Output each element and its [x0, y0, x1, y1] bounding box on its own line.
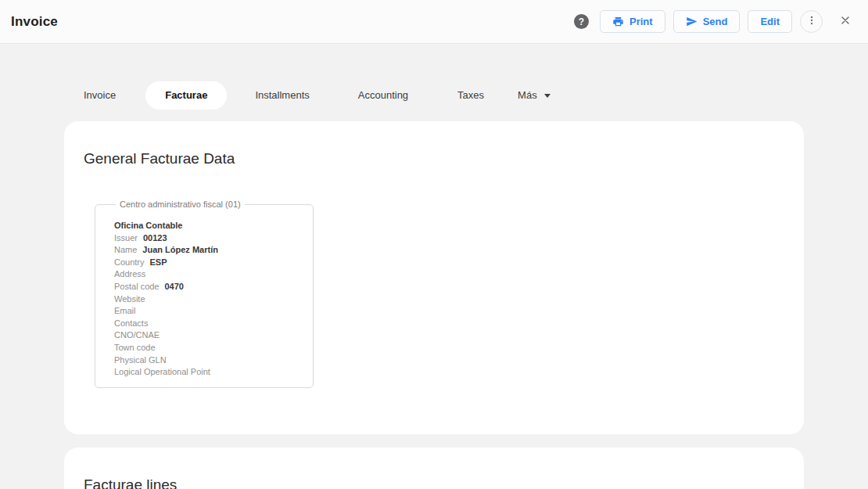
- field-label: Email: [114, 305, 136, 318]
- page-title: Invoice: [11, 14, 58, 30]
- edit-button[interactable]: Edit: [748, 10, 792, 33]
- centro-administrativo-fiscal-fieldset: Centro administrativo fiscal (01) Oficin…: [95, 200, 314, 388]
- send-button-label: Send: [703, 16, 728, 27]
- field-label: Logical Operational Point: [114, 366, 210, 379]
- field-row: Contacts: [114, 318, 300, 330]
- field-label: Issuer: [114, 232, 138, 245]
- tab-accounting[interactable]: Accounting: [358, 81, 408, 110]
- field-label: Website: [114, 293, 145, 306]
- facturae-lines-card: Facturae lines: [64, 448, 804, 489]
- print-button[interactable]: Print: [600, 10, 665, 33]
- field-label: Address: [114, 268, 145, 281]
- document-tabs: Invoice Facturae Installments Accounting…: [84, 81, 804, 110]
- field-label: Name: [114, 244, 137, 257]
- field-row: Postal code0470: [114, 281, 300, 293]
- tab-installments[interactable]: Installments: [255, 81, 309, 110]
- send-button[interactable]: Send: [673, 10, 741, 33]
- general-facturae-data-card: General Facturae Data Centro administrat…: [64, 121, 804, 434]
- field-label: Town code: [114, 342, 156, 354]
- field-row: CNO/CNAE: [114, 329, 300, 342]
- tab-taxes[interactable]: Taxes: [457, 81, 484, 110]
- fieldset-legend: Centro administrativo fiscal (01): [116, 200, 245, 209]
- tab-invoice[interactable]: Invoice: [84, 81, 116, 110]
- field-row: Physical GLN: [114, 354, 300, 367]
- field-label: Contacts: [114, 318, 148, 330]
- send-icon: [686, 16, 698, 27]
- field-row: NameJuan López Martín: [114, 244, 300, 257]
- card-title-facturae-lines: Facturae lines: [84, 476, 784, 489]
- field-row: Town code: [114, 342, 300, 354]
- field-row: Address: [114, 268, 300, 281]
- tab-facturae[interactable]: Facturae: [145, 81, 227, 110]
- printer-icon: [612, 16, 624, 27]
- field-row: Email: [114, 305, 300, 318]
- chevron-down-icon: [544, 94, 551, 98]
- fieldset-rows: Issuer00123NameJuan López MartínCountryE…: [114, 232, 300, 379]
- field-label: Country: [114, 257, 145, 269]
- field-row: Website: [114, 293, 300, 306]
- field-row: CountryESP: [114, 257, 300, 269]
- print-button-label: Print: [629, 16, 653, 27]
- field-label: Postal code: [114, 281, 159, 293]
- tab-mas[interactable]: Más: [518, 81, 551, 110]
- card-title-general-facturae-data: General Facturae Data: [84, 149, 784, 168]
- group-title-oficina-contable: Oficina Contable: [114, 220, 300, 232]
- field-value: ESP: [150, 257, 167, 269]
- field-row: Logical Operational Point: [114, 366, 300, 379]
- field-row: Issuer00123: [114, 232, 300, 245]
- tab-mas-label: Más: [518, 81, 537, 110]
- field-label: CNO/CNAE: [114, 329, 160, 342]
- field-label: Physical GLN: [114, 354, 167, 367]
- kebab-icon: [806, 15, 817, 29]
- topbar-actions: ? Print Send Edit: [574, 10, 854, 33]
- more-options-button[interactable]: [800, 10, 823, 33]
- topbar: Invoice ? Print Send Edit: [0, 0, 868, 44]
- close-icon: [839, 14, 852, 30]
- field-value: 00123: [143, 232, 167, 245]
- field-value: Juan López Martín: [142, 244, 218, 257]
- field-value: 0470: [164, 281, 183, 293]
- close-button[interactable]: [837, 13, 854, 31]
- edit-button-label: Edit: [760, 16, 780, 27]
- help-icon[interactable]: ?: [574, 14, 589, 29]
